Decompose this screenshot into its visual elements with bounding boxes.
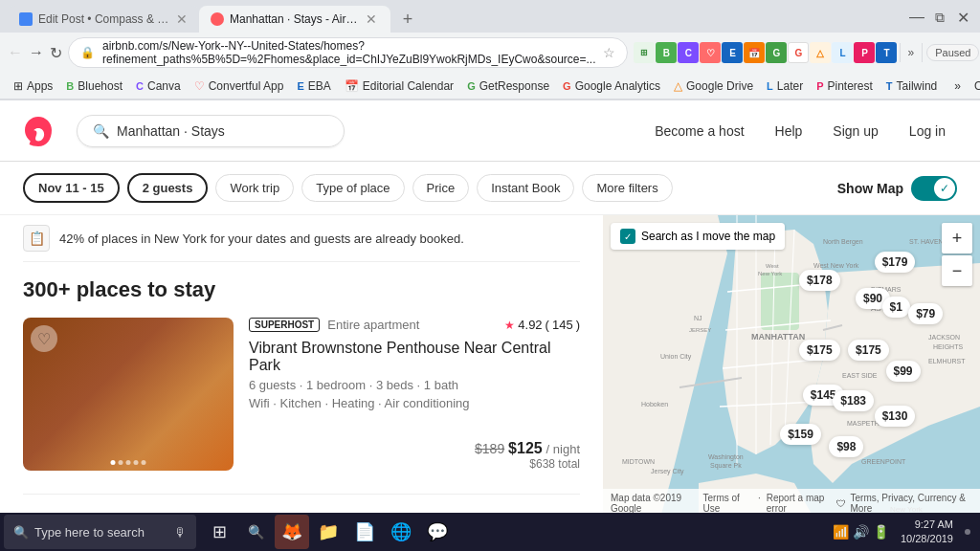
- minimize-button[interactable]: —: [907, 10, 926, 25]
- more-extensions-btn[interactable]: »: [903, 44, 918, 61]
- zoom-in-button[interactable]: +: [942, 223, 972, 253]
- price-bubble-159[interactable]: $159: [780, 424, 821, 445]
- filter-type-of-place[interactable]: Type of place: [301, 174, 404, 202]
- tab2-close[interactable]: ✕: [365, 11, 379, 27]
- bookmark-eba[interactable]: E EBA: [291, 77, 336, 95]
- bookmark-later[interactable]: L Later: [761, 77, 809, 95]
- filter-guests[interactable]: 2 guests: [127, 173, 209, 203]
- filter-dates[interactable]: Nov 11 - 15: [23, 173, 120, 203]
- bookmark-getresponse[interactable]: G GetResponse: [461, 77, 555, 95]
- price-bubble-79[interactable]: $79: [908, 303, 943, 324]
- help-link[interactable]: Help: [764, 116, 814, 146]
- filter-more[interactable]: More filters: [582, 174, 672, 202]
- google-analytics-icon[interactable]: G: [788, 42, 809, 63]
- battery-icon[interactable]: 🔋: [873, 524, 889, 540]
- listing-card-1[interactable]: ♡ SUPERHOST Entire apartment: [23, 318, 580, 495]
- later-icon[interactable]: L: [832, 42, 853, 63]
- taskbar-search-bar[interactable]: 🔍 🎙: [4, 515, 196, 549]
- task-view-button[interactable]: ⊞: [202, 515, 236, 549]
- forward-button[interactable]: →: [29, 39, 44, 66]
- sign-up-link[interactable]: Sign up: [821, 116, 889, 146]
- apps-ext-icon[interactable]: ⊞: [634, 42, 655, 63]
- price-bubble-179[interactable]: $179: [875, 252, 916, 273]
- firefox-taskbar-btn[interactable]: 🦊: [275, 515, 309, 549]
- bookmarks-more-btn[interactable]: »: [948, 77, 967, 95]
- price-bubble-175b[interactable]: $175: [848, 340, 889, 361]
- editorial-cal-icon[interactable]: 📅: [744, 42, 765, 63]
- airbnb-logo[interactable]: [23, 116, 54, 146]
- bookmark-google-drive[interactable]: △ Google Drive: [668, 77, 759, 95]
- map-footer-right[interactable]: 🛡 Terms, Privacy, Currency & More: [836, 493, 972, 514]
- pdf-btn[interactable]: 📄: [347, 515, 382, 549]
- bookmark-bluehost[interactable]: B Bluehost: [60, 77, 128, 95]
- google-drive-icon[interactable]: △: [810, 42, 831, 63]
- new-tab-button[interactable]: +: [394, 6, 421, 33]
- browser-tab-2[interactable]: Manhattan · Stays - Airbnb ✕: [199, 6, 390, 33]
- listing-image-1: ♡: [23, 318, 234, 471]
- wishlist-button-1[interactable]: ♡: [31, 325, 57, 352]
- bookmark-canva[interactable]: C Canva: [130, 77, 187, 95]
- price-bubble-130[interactable]: $130: [875, 406, 916, 427]
- price-bubble-1[interactable]: $1: [882, 297, 910, 318]
- volume-icon[interactable]: 🔊: [853, 524, 869, 540]
- tab1-close[interactable]: ✕: [175, 11, 188, 27]
- convertful-icon[interactable]: ♡: [700, 42, 721, 63]
- price-bubble-175a[interactable]: $175: [799, 340, 840, 361]
- bookmark-pinterest[interactable]: P Pinterest: [811, 77, 879, 95]
- show-map-label[interactable]: Show Map: [837, 181, 903, 196]
- network-icon[interactable]: 📶: [833, 524, 849, 540]
- show-map-toggle[interactable]: ✓: [911, 176, 957, 201]
- browser-tab-1[interactable]: Edit Post • Compass & Coastline ✕: [8, 6, 199, 33]
- address-bar[interactable]: 🔒 airbnb.com/s/New-York--NY--United-Stat…: [68, 37, 628, 68]
- filter-instant-book[interactable]: Instant Book: [477, 174, 574, 202]
- main-search-bar[interactable]: 🔍 Manhattan · Stays: [77, 115, 345, 147]
- results-count: 300+ places to stay: [23, 274, 580, 302]
- cortana-button[interactable]: 🔍: [238, 515, 273, 549]
- price-bubble-178[interactable]: $178: [799, 270, 840, 291]
- price-bubble-99[interactable]: $99: [886, 361, 921, 382]
- filter-work-trip[interactable]: Work trip: [215, 174, 294, 202]
- search-as-move-check[interactable]: ✓ Search as I move the map: [611, 223, 785, 250]
- bookmark-star-icon[interactable]: ☆: [603, 45, 615, 60]
- listing-price-row-1: $189 $125 / night $638 total: [249, 440, 580, 471]
- report-map-error-link[interactable]: Report a map error: [767, 493, 837, 514]
- system-clock[interactable]: 9:27 AM 10/28/2019: [893, 518, 961, 547]
- price-bubble-183[interactable]: $183: [833, 390, 874, 411]
- become-host-link[interactable]: Become a host: [643, 116, 755, 146]
- pinterest-icon[interactable]: P: [854, 42, 875, 63]
- getresponse-icon[interactable]: G: [766, 42, 787, 63]
- notification-area[interactable]: [965, 515, 972, 549]
- canva-icon[interactable]: C: [678, 42, 699, 63]
- dot-1: [119, 460, 123, 465]
- chrome-taskbar-btn[interactable]: 🌐: [384, 515, 418, 549]
- bookmark-editorial-cal[interactable]: 📅 Editorial Calendar: [339, 77, 459, 95]
- bookmark-convertful[interactable]: ♡ Convertful App: [189, 77, 290, 95]
- map-container[interactable]: MANHATTAN Union City Hoboken ASTORIA NJ …: [603, 215, 980, 518]
- toggle-check-icon: ✓: [940, 182, 949, 195]
- rating-count-1: (: [546, 318, 549, 332]
- terms-of-use-link[interactable]: Terms of Use: [703, 493, 752, 514]
- bookmark-apps[interactable]: ⊞ Apps: [8, 77, 58, 95]
- restore-button[interactable]: ⧉: [930, 10, 949, 25]
- bluehost-icon[interactable]: B: [656, 42, 677, 63]
- dot-4: [142, 460, 146, 465]
- paused-badge[interactable]: Paused: [926, 44, 979, 61]
- file-explorer-btn[interactable]: 📁: [311, 515, 345, 549]
- close-window-button[interactable]: ✕: [953, 10, 972, 25]
- log-in-link[interactable]: Log in: [898, 116, 957, 146]
- zoom-out-button[interactable]: −: [942, 255, 972, 286]
- bookmark-google-analytics[interactable]: G Google Analytics: [557, 77, 666, 95]
- back-button[interactable]: ←: [8, 39, 23, 66]
- extension-icons: ⊞ B C ♡ E 📅 G G △ L P T »: [634, 42, 918, 63]
- eba-icon[interactable]: E: [722, 42, 743, 63]
- tailwind-icon[interactable]: T: [876, 42, 897, 63]
- microphone-icon[interactable]: 🎙: [174, 525, 187, 540]
- bookmark-tailwind[interactable]: T Tailwind: [880, 77, 943, 95]
- filter-price[interactable]: Price: [412, 174, 470, 202]
- price-bubble-98[interactable]: $98: [829, 436, 863, 457]
- bluehost-label: Bluehost: [78, 79, 122, 93]
- reload-button[interactable]: ↻: [50, 39, 62, 66]
- taskbar-search-input[interactable]: [34, 525, 168, 540]
- other-bookmarks-btn[interactable]: Other bookmarks: [969, 77, 980, 95]
- app6-btn[interactable]: 💬: [420, 515, 455, 549]
